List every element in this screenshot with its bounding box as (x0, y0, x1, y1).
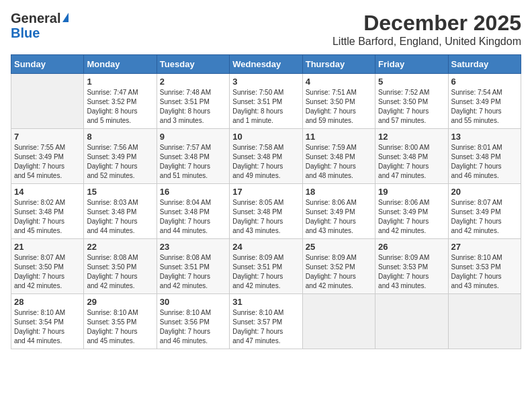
day-info: Sunrise: 8:07 AM Sunset: 3:50 PM Dayligh… (14, 253, 81, 291)
day-number: 5 (378, 77, 445, 87)
day-info: Sunrise: 8:10 AM Sunset: 3:54 PM Dayligh… (14, 308, 81, 346)
calendar-cell: 22Sunrise: 8:08 AM Sunset: 3:50 PM Dayli… (84, 239, 157, 294)
calendar-cell: 25Sunrise: 8:09 AM Sunset: 3:52 PM Dayli… (302, 239, 375, 294)
day-info: Sunrise: 8:07 AM Sunset: 3:49 PM Dayligh… (451, 198, 518, 236)
day-number: 13 (451, 132, 518, 142)
calendar-cell: 23Sunrise: 8:08 AM Sunset: 3:51 PM Dayli… (157, 239, 229, 294)
day-info: Sunrise: 8:06 AM Sunset: 3:49 PM Dayligh… (306, 198, 372, 236)
day-info: Sunrise: 7:55 AM Sunset: 3:49 PM Dayligh… (14, 143, 81, 181)
calendar-header-tuesday: Tuesday (157, 55, 229, 74)
day-number: 30 (160, 297, 226, 307)
calendar-cell: 29Sunrise: 8:10 AM Sunset: 3:55 PM Dayli… (84, 294, 157, 349)
calendar-header-wednesday: Wednesday (230, 55, 302, 74)
calendar-header-thursday: Thursday (302, 55, 375, 74)
day-info: Sunrise: 8:10 AM Sunset: 3:56 PM Dayligh… (160, 308, 226, 346)
calendar-cell: 3Sunrise: 7:50 AM Sunset: 3:51 PM Daylig… (230, 74, 302, 129)
calendar-header-sunday: Sunday (11, 55, 84, 74)
calendar-week-row: 21Sunrise: 8:07 AM Sunset: 3:50 PM Dayli… (11, 239, 521, 294)
calendar-cell: 21Sunrise: 8:07 AM Sunset: 3:50 PM Dayli… (11, 239, 84, 294)
calendar-cell: 4Sunrise: 7:51 AM Sunset: 3:50 PM Daylig… (302, 74, 375, 129)
logo-text-blue: Blue (11, 26, 40, 40)
calendar-cell (302, 294, 375, 349)
logo: General Blue (11, 11, 69, 41)
calendar-week-row: 28Sunrise: 8:10 AM Sunset: 3:54 PM Dayli… (11, 294, 521, 349)
calendar-table: SundayMondayTuesdayWednesdayThursdayFrid… (11, 54, 521, 349)
calendar-header-saturday: Saturday (448, 55, 521, 74)
calendar-cell: 19Sunrise: 8:06 AM Sunset: 3:49 PM Dayli… (375, 184, 448, 239)
calendar-cell: 24Sunrise: 8:09 AM Sunset: 3:51 PM Dayli… (230, 239, 302, 294)
day-number: 16 (160, 187, 226, 197)
day-info: Sunrise: 8:02 AM Sunset: 3:48 PM Dayligh… (14, 198, 81, 236)
calendar-week-row: 7Sunrise: 7:55 AM Sunset: 3:49 PM Daylig… (11, 129, 521, 184)
calendar-header-monday: Monday (84, 55, 157, 74)
calendar-cell: 7Sunrise: 7:55 AM Sunset: 3:49 PM Daylig… (11, 129, 84, 184)
day-number: 7 (14, 132, 81, 142)
day-number: 25 (306, 242, 372, 252)
day-number: 8 (87, 132, 153, 142)
day-number: 20 (451, 187, 518, 197)
calendar-cell (375, 294, 448, 349)
calendar-cell: 28Sunrise: 8:10 AM Sunset: 3:54 PM Dayli… (11, 294, 84, 349)
calendar-cell: 31Sunrise: 8:10 AM Sunset: 3:57 PM Dayli… (230, 294, 302, 349)
day-number: 24 (232, 242, 299, 252)
calendar-title: December 2025 (332, 11, 521, 36)
day-number: 10 (232, 132, 299, 142)
calendar-cell: 18Sunrise: 8:06 AM Sunset: 3:49 PM Dayli… (302, 184, 375, 239)
day-info: Sunrise: 7:51 AM Sunset: 3:50 PM Dayligh… (306, 88, 372, 126)
day-number: 23 (160, 242, 226, 252)
calendar-cell: 1Sunrise: 7:47 AM Sunset: 3:52 PM Daylig… (84, 74, 157, 129)
day-number: 18 (306, 187, 372, 197)
day-info: Sunrise: 8:09 AM Sunset: 3:52 PM Dayligh… (306, 253, 372, 291)
logo-text-general: General (11, 11, 60, 26)
calendar-cell (448, 294, 521, 349)
day-info: Sunrise: 7:50 AM Sunset: 3:51 PM Dayligh… (232, 88, 299, 126)
calendar-cell: 17Sunrise: 8:05 AM Sunset: 3:48 PM Dayli… (230, 184, 302, 239)
day-number: 15 (87, 187, 153, 197)
day-number: 28 (14, 297, 81, 307)
day-number: 9 (160, 132, 226, 142)
calendar-cell: 26Sunrise: 8:09 AM Sunset: 3:53 PM Dayli… (375, 239, 448, 294)
calendar-cell: 30Sunrise: 8:10 AM Sunset: 3:56 PM Dayli… (157, 294, 229, 349)
day-number: 2 (160, 77, 226, 87)
day-number: 11 (306, 132, 372, 142)
calendar-subtitle: Little Barford, England, United Kingdom (332, 36, 521, 48)
day-number: 17 (232, 187, 299, 197)
calendar-cell: 20Sunrise: 8:07 AM Sunset: 3:49 PM Dayli… (448, 184, 521, 239)
day-number: 22 (87, 242, 153, 252)
day-info: Sunrise: 8:03 AM Sunset: 3:48 PM Dayligh… (87, 198, 153, 236)
day-info: Sunrise: 8:09 AM Sunset: 3:51 PM Dayligh… (232, 253, 299, 291)
day-number: 14 (14, 187, 81, 197)
day-info: Sunrise: 8:10 AM Sunset: 3:55 PM Dayligh… (87, 308, 153, 346)
calendar-week-row: 1Sunrise: 7:47 AM Sunset: 3:52 PM Daylig… (11, 74, 521, 129)
day-info: Sunrise: 8:08 AM Sunset: 3:50 PM Dayligh… (87, 253, 153, 291)
day-info: Sunrise: 8:04 AM Sunset: 3:48 PM Dayligh… (160, 198, 226, 236)
day-number: 4 (306, 77, 372, 87)
day-info: Sunrise: 7:52 AM Sunset: 3:50 PM Dayligh… (378, 88, 445, 126)
day-info: Sunrise: 8:09 AM Sunset: 3:53 PM Dayligh… (378, 253, 445, 291)
day-info: Sunrise: 8:08 AM Sunset: 3:51 PM Dayligh… (160, 253, 226, 291)
title-block: December 2025 Little Barford, England, U… (332, 11, 521, 48)
day-info: Sunrise: 7:48 AM Sunset: 3:51 PM Dayligh… (160, 88, 226, 126)
day-info: Sunrise: 8:10 AM Sunset: 3:53 PM Dayligh… (451, 253, 518, 291)
logo-triangle-icon (62, 13, 69, 22)
calendar-cell: 10Sunrise: 7:58 AM Sunset: 3:48 PM Dayli… (230, 129, 302, 184)
day-info: Sunrise: 7:59 AM Sunset: 3:48 PM Dayligh… (306, 143, 372, 181)
day-number: 3 (232, 77, 299, 87)
calendar-cell: 11Sunrise: 7:59 AM Sunset: 3:48 PM Dayli… (302, 129, 375, 184)
calendar-cell: 27Sunrise: 8:10 AM Sunset: 3:53 PM Dayli… (448, 239, 521, 294)
day-info: Sunrise: 8:01 AM Sunset: 3:48 PM Dayligh… (451, 143, 518, 181)
day-info: Sunrise: 7:58 AM Sunset: 3:48 PM Dayligh… (232, 143, 299, 181)
calendar-cell: 2Sunrise: 7:48 AM Sunset: 3:51 PM Daylig… (157, 74, 229, 129)
calendar-cell: 13Sunrise: 8:01 AM Sunset: 3:48 PM Dayli… (448, 129, 521, 184)
day-info: Sunrise: 8:06 AM Sunset: 3:49 PM Dayligh… (378, 198, 445, 236)
day-number: 26 (378, 242, 445, 252)
day-number: 19 (378, 187, 445, 197)
calendar-week-row: 14Sunrise: 8:02 AM Sunset: 3:48 PM Dayli… (11, 184, 521, 239)
day-number: 21 (14, 242, 81, 252)
calendar-header-friday: Friday (375, 55, 448, 74)
day-number: 6 (451, 77, 518, 87)
day-number: 1 (87, 77, 153, 87)
calendar-cell: 12Sunrise: 8:00 AM Sunset: 3:48 PM Dayli… (375, 129, 448, 184)
calendar-cell: 9Sunrise: 7:57 AM Sunset: 3:48 PM Daylig… (157, 129, 229, 184)
day-info: Sunrise: 7:57 AM Sunset: 3:48 PM Dayligh… (160, 143, 226, 181)
